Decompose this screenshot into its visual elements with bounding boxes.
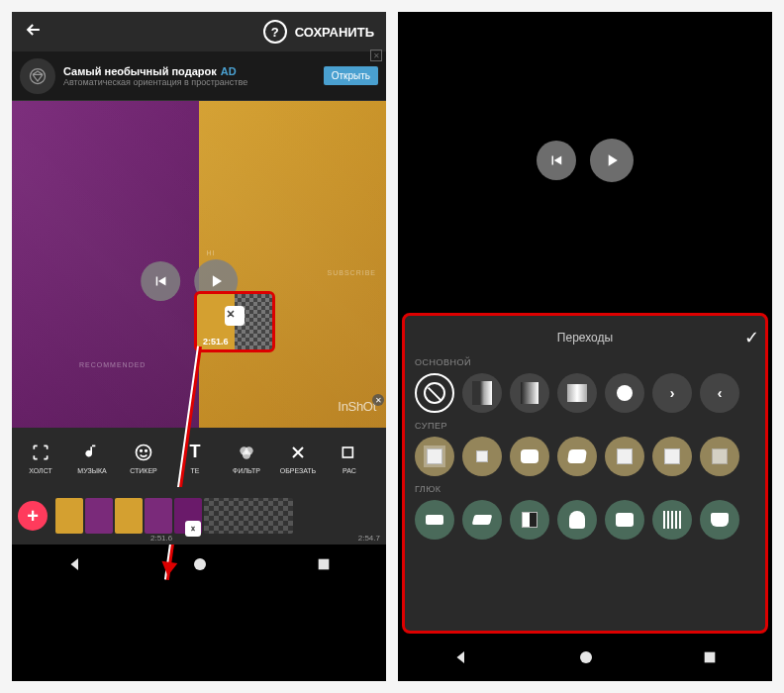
transition-glitch-7[interactable] [700, 500, 739, 540]
nav-home-icon[interactable] [192, 556, 208, 576]
back-icon[interactable] [24, 20, 44, 45]
help-icon[interactable]: ? [263, 20, 287, 44]
play-button[interactable] [590, 139, 634, 182]
transition-fade-center[interactable] [557, 373, 597, 413]
transition-super-1[interactable] [415, 437, 454, 476]
transition-handle[interactable] [185, 521, 201, 537]
tool-sticker[interactable]: СТИКЕР [119, 442, 168, 474]
tool-crop[interactable]: ОБРЕЗАТЬ [273, 442, 323, 474]
transition-slide-left[interactable]: ‹ [700, 373, 739, 413]
transitions-glitch-section: ГЛЮК [415, 484, 755, 540]
ad-cta-button[interactable]: Открыть [324, 66, 378, 85]
transitions-panel: Переходы ✓ ОСНОВНОЙ › ‹ СУПЕР [402, 313, 768, 634]
transition-glitch-5[interactable] [605, 500, 644, 540]
svg-rect-7 [343, 447, 352, 457]
tool-filter[interactable]: ФИЛЬТР [222, 442, 271, 474]
transition-dissolve[interactable] [462, 373, 502, 413]
playhead-time: 2:51.6 [150, 534, 172, 543]
apply-button[interactable]: ✓ [744, 327, 759, 348]
svg-rect-11 [705, 652, 716, 663]
end-time: 2:54.7 [358, 534, 380, 543]
phone-right: Переходы ✓ ОСНОВНОЙ › ‹ СУПЕР [398, 12, 772, 681]
tool-text[interactable]: TТЕ [170, 442, 220, 474]
transition-fade-horizontal[interactable] [510, 373, 549, 413]
editor-toolbar: ХОЛСТ МУЗЫКА СТИКЕР TТЕ ФИЛЬТР ОБРЕЗАТЬ … [12, 428, 386, 487]
transition-super-6[interactable] [652, 437, 692, 476]
add-clip-button[interactable]: + [18, 501, 48, 531]
transition-iris[interactable] [605, 373, 644, 413]
transition-super-2[interactable] [462, 437, 502, 476]
timeline[interactable]: + 2:51.6 2:54.7 [12, 487, 386, 544]
transition-glitch-2[interactable] [462, 500, 502, 540]
clip[interactable] [85, 498, 113, 534]
svg-point-8 [194, 558, 206, 570]
nav-back-icon[interactable] [452, 648, 470, 670]
svg-point-2 [141, 449, 143, 451]
clip[interactable] [115, 498, 143, 534]
transition-slide-right[interactable]: › [652, 373, 692, 413]
transition-super-3[interactable] [510, 437, 549, 476]
panel-title: Переходы [557, 331, 613, 345]
nav-recent-icon[interactable] [702, 649, 718, 669]
svg-point-6 [243, 450, 250, 458]
svg-point-3 [146, 449, 147, 451]
transition-super-5[interactable] [605, 437, 644, 476]
svg-rect-9 [319, 559, 330, 570]
transition-glitch-1[interactable] [415, 500, 454, 540]
transitions-basic-section: ОСНОВНОЙ › ‹ [415, 357, 755, 413]
ad-banner[interactable]: Самый необычный подарокAD Автоматическая… [12, 51, 386, 101]
ad-text: Самый необычный подарокAD Автоматическая… [63, 65, 316, 87]
previous-button[interactable] [141, 261, 180, 301]
nav-recent-icon[interactable] [316, 556, 332, 576]
previous-button[interactable] [537, 141, 576, 180]
transition-handle-icon [225, 306, 245, 326]
watermark: InShOt [338, 399, 376, 414]
video-preview[interactable]: HI RECOMMENDED SUBSCRIBE InShOt ✕ [12, 101, 386, 428]
clip[interactable] [145, 498, 172, 534]
tool-canvas[interactable]: ХОЛСТ [16, 442, 65, 474]
nav-home-icon[interactable] [578, 649, 594, 669]
transition-callout: 2:51.6 [194, 291, 275, 352]
save-button[interactable]: СОХРАНИТЬ [295, 25, 374, 40]
transition-glitch-6[interactable] [652, 500, 692, 540]
transition-none[interactable] [415, 373, 454, 413]
clip[interactable] [55, 498, 83, 534]
transition-super-7[interactable] [700, 437, 739, 476]
svg-point-10 [580, 651, 592, 663]
top-bar: ? СОХРАНИТЬ [12, 12, 386, 51]
tool-more[interactable]: РАС [325, 442, 374, 474]
watermark-close-icon[interactable]: ✕ [372, 394, 384, 406]
clips-strip[interactable] [55, 498, 293, 534]
transition-glitch-3[interactable] [510, 500, 549, 540]
ad-logo [20, 58, 55, 94]
transition-glitch-4[interactable] [557, 500, 597, 540]
video-preview[interactable] [398, 12, 772, 309]
transitions-super-section: СУПЕР [415, 421, 755, 476]
transition-super-4[interactable] [557, 437, 597, 476]
tool-music[interactable]: МУЗЫКА [67, 442, 117, 474]
ad-close-icon[interactable]: ✕ [370, 50, 382, 61]
android-nav-bar [398, 638, 772, 681]
nav-back-icon[interactable] [66, 555, 84, 577]
android-nav-bar [12, 544, 386, 588]
phone-left: ? СОХРАНИТЬ Самый необычный подарокAD Ав… [12, 12, 386, 681]
svg-point-1 [137, 445, 151, 459]
clip-empty[interactable] [204, 498, 293, 534]
